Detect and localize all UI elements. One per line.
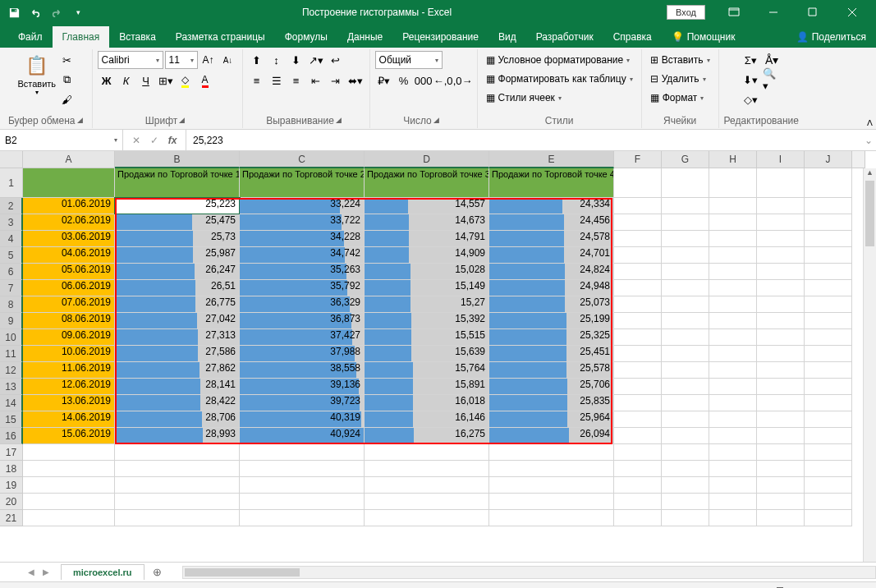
cell[interactable] <box>805 395 852 411</box>
cell[interactable] <box>23 510 115 526</box>
cell-date[interactable]: 06.06.2019 <box>23 280 115 296</box>
cell-data[interactable]: 28,706 <box>115 411 240 428</box>
cell[interactable] <box>662 329 709 346</box>
align-center-icon[interactable]: ☰ <box>268 71 286 90</box>
cell[interactable] <box>489 494 614 510</box>
cell[interactable] <box>662 168 709 198</box>
cell-data[interactable]: 26,094 <box>489 428 614 444</box>
signin-button[interactable]: Вход <box>667 5 705 20</box>
cell[interactable] <box>614 395 662 411</box>
minimize-icon[interactable] <box>754 0 792 25</box>
shrink-font-icon[interactable]: A↓ <box>219 51 237 69</box>
cell[interactable] <box>240 461 365 477</box>
cell-date[interactable]: 13.06.2019 <box>23 395 115 411</box>
table-header[interactable]: Продажи по Торговой точке 3, тыс. руб. <box>365 168 489 198</box>
view-normal-icon[interactable]: ▦ <box>654 585 672 589</box>
cell[interactable] <box>662 461 709 477</box>
cell[interactable] <box>757 280 805 296</box>
cell[interactable] <box>662 346 709 362</box>
cell-data[interactable]: 16,018 <box>365 395 489 411</box>
align-launcher[interactable]: ◢ <box>336 116 346 126</box>
cell-data[interactable]: 14,791 <box>365 231 489 247</box>
delete-cells-button[interactable]: ⊟Удалить▾ <box>647 70 709 88</box>
conditional-formatting-button[interactable]: ▦Условное форматирование▾ <box>483 51 634 69</box>
row-header[interactable]: 14 <box>0 395 23 411</box>
cell[interactable] <box>115 494 240 510</box>
row-header[interactable]: 18 <box>0 461 23 477</box>
cell-data[interactable]: 28,422 <box>115 395 240 411</box>
cell[interactable] <box>757 329 805 346</box>
cell-data[interactable]: 35,263 <box>240 264 365 280</box>
cell[interactable] <box>709 231 757 247</box>
cell[interactable] <box>709 329 757 346</box>
ribbon-options-icon[interactable] <box>715 0 753 25</box>
row-header[interactable]: 7 <box>0 280 23 296</box>
formula-expand-icon[interactable]: ⌄ <box>861 135 876 146</box>
cell[interactable] <box>662 395 709 411</box>
tab-help[interactable]: Справка <box>603 26 662 48</box>
cell[interactable] <box>757 296 805 313</box>
cell-data[interactable]: 16,275 <box>365 428 489 444</box>
cell[interactable] <box>662 444 709 461</box>
maximize-icon[interactable] <box>794 0 832 25</box>
tab-formulas[interactable]: Формулы <box>275 26 337 48</box>
format-cells-button[interactable]: ▦Формат▾ <box>647 89 708 107</box>
align-bottom-icon[interactable]: ⬇ <box>287 51 305 69</box>
cell-styles-button[interactable]: ▦Стили ячеек▾ <box>483 89 565 107</box>
formula-input[interactable] <box>186 135 861 146</box>
cell-data[interactable]: 15,27 <box>365 296 489 313</box>
cell[interactable] <box>662 313 709 329</box>
sort-filter-icon[interactable]: Å▾ <box>763 51 781 69</box>
col-header[interactable]: B <box>115 151 240 168</box>
cell[interactable] <box>489 510 614 526</box>
cell[interactable] <box>614 329 662 346</box>
table-header[interactable]: Продажи по Торговой точке 2, тыс. руб. <box>240 168 365 198</box>
fill-color-icon[interactable]: ◇ <box>177 71 195 90</box>
cell-data[interactable]: 40,319 <box>240 411 365 428</box>
cell[interactable] <box>757 346 805 362</box>
cell[interactable] <box>709 168 757 198</box>
cell[interactable] <box>614 411 662 428</box>
col-header[interactable]: J <box>805 151 852 168</box>
cell[interactable] <box>757 510 805 526</box>
enter-icon[interactable]: ✓ <box>146 132 163 149</box>
cell-data[interactable]: 40,924 <box>240 428 365 444</box>
row-header[interactable]: 9 <box>0 313 23 329</box>
horizontal-scrollbar[interactable] <box>182 566 876 579</box>
cell[interactable] <box>709 296 757 313</box>
cell[interactable] <box>614 444 662 461</box>
view-pagebreak-icon[interactable]: ▭ <box>700 585 718 589</box>
increase-decimal-icon[interactable]: ←,0 <box>434 71 452 90</box>
cell-data[interactable]: 25,073 <box>489 296 614 313</box>
row-header[interactable]: 19 <box>0 477 23 494</box>
cell[interactable] <box>662 231 709 247</box>
cell-date[interactable]: 07.06.2019 <box>23 296 115 313</box>
cell[interactable] <box>757 168 805 198</box>
cell-data[interactable]: 34,228 <box>240 231 365 247</box>
align-top-icon[interactable]: ⬆ <box>248 51 266 69</box>
cell-data[interactable]: 15,891 <box>365 379 489 395</box>
col-header[interactable]: G <box>662 151 709 168</box>
cell-data[interactable]: 26,51 <box>115 280 240 296</box>
cell[interactable] <box>805 379 852 395</box>
clear-icon[interactable]: ◇▾ <box>741 90 759 108</box>
number-launcher[interactable]: ◢ <box>433 116 443 126</box>
cell-data[interactable]: 36,329 <box>240 296 365 313</box>
tab-developer[interactable]: Разработчик <box>526 26 603 48</box>
cell-data[interactable]: 25,964 <box>489 411 614 428</box>
cell[interactable] <box>709 395 757 411</box>
cell[interactable] <box>614 461 662 477</box>
tab-share[interactable]: 👤Поделиться <box>787 26 876 48</box>
cell-data[interactable]: 25,223 <box>115 198 240 214</box>
cell-data[interactable]: 25,987 <box>115 247 240 264</box>
cell-date[interactable]: 02.06.2019 <box>23 214 115 231</box>
cell[interactable] <box>240 444 365 461</box>
cell[interactable] <box>662 477 709 494</box>
cell[interactable] <box>757 231 805 247</box>
worksheet-grid[interactable]: ABCDEFGHIJ1Продажи по Торговой точке 1, … <box>0 151 876 562</box>
save-icon[interactable] <box>5 3 23 21</box>
cell-data[interactable]: 15,149 <box>365 280 489 296</box>
cell[interactable] <box>757 198 805 214</box>
cell-data[interactable]: 37,988 <box>240 346 365 362</box>
cell[interactable] <box>805 313 852 329</box>
